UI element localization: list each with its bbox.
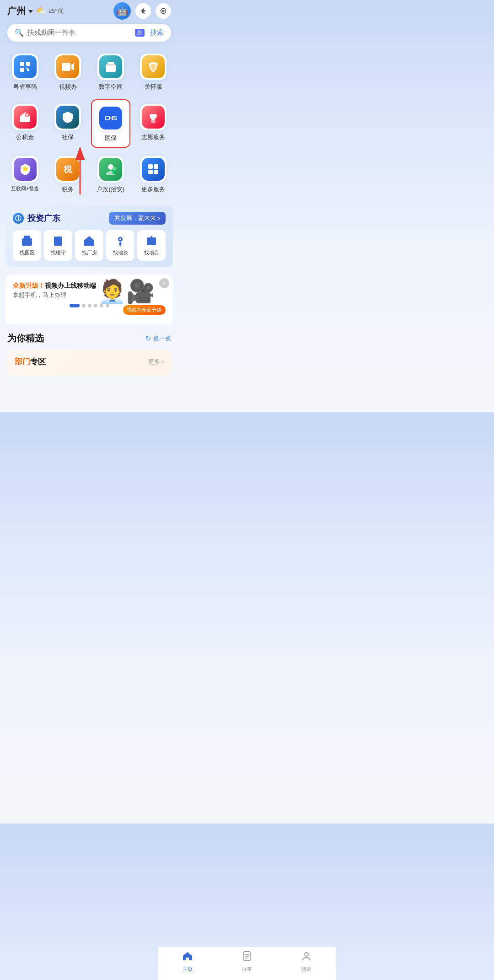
banner-upgrade-bold: 视频办上线移动端 bbox=[45, 282, 96, 289]
invest-item-louyu[interactable]: 找楼宇 bbox=[44, 230, 72, 261]
service-icon-more bbox=[140, 156, 166, 183]
svg-rect-37 bbox=[57, 244, 59, 246]
svg-rect-24 bbox=[148, 164, 153, 169]
for-you-title: 为你精选 bbox=[7, 332, 44, 345]
service-label-video: 视频办 bbox=[59, 83, 77, 91]
robot-avatar[interactable]: 🤖 bbox=[113, 2, 131, 20]
dept-section: 部门专区 更多 › bbox=[7, 350, 171, 375]
dot-1 bbox=[70, 304, 80, 307]
svg-rect-10 bbox=[62, 63, 70, 71]
service-icon-yibao: CHS bbox=[97, 105, 124, 131]
invest-section: 投资广东 共发展，赢未来 › 找园区 bbox=[5, 205, 173, 267]
banner-section[interactable]: × 全新升级！视频办上线移动端 拿起手机，马上办理 🧑‍💼🎥 视频办全新升级 bbox=[5, 275, 173, 325]
camera-btn[interactable] bbox=[156, 3, 171, 19]
dept-title: 部门专区 bbox=[15, 356, 46, 367]
service-item-video[interactable]: 视频办 bbox=[48, 49, 88, 96]
invest-logo-icon bbox=[13, 213, 24, 224]
svg-marker-11 bbox=[71, 63, 74, 70]
dept-more-btn[interactable]: 更多 › bbox=[148, 358, 164, 366]
invest-title: 投资广东 bbox=[13, 213, 60, 224]
service-item-hulianwang[interactable]: ⭐ 互联网+督查 bbox=[5, 151, 45, 198]
invest-item-xiangmu[interactable]: 找项目 bbox=[137, 230, 166, 261]
service-item-digital[interactable]: 数字空间 bbox=[91, 49, 130, 96]
svg-rect-36 bbox=[59, 241, 60, 242]
svg-rect-39 bbox=[87, 242, 91, 246]
refresh-label: 换一换 bbox=[153, 334, 171, 343]
service-icon-shuiwu: 税 bbox=[54, 156, 81, 183]
service-item-shuiwu[interactable]: 税 税务 bbox=[48, 151, 88, 198]
location-weather[interactable]: 广州 ⛅ 25°优 bbox=[7, 5, 64, 17]
svg-rect-27 bbox=[154, 170, 158, 174]
invest-slogan-arrow: › bbox=[158, 214, 160, 222]
invest-item-dikuai[interactable]: 找地块 bbox=[106, 230, 134, 261]
city-chevron-icon[interactable] bbox=[28, 10, 33, 13]
svg-rect-16 bbox=[23, 118, 27, 122]
svg-rect-40 bbox=[88, 238, 91, 241]
service-label-shebao: 社保 bbox=[62, 133, 74, 141]
refresh-icon: ↻ bbox=[145, 334, 151, 343]
dot-4 bbox=[94, 304, 97, 307]
for-you-section: 为你精选 ↻ 换一换 bbox=[0, 332, 178, 345]
service-item-gjj[interactable]: 公积金 bbox=[5, 99, 45, 148]
svg-rect-44 bbox=[149, 240, 154, 241]
invest-slogan-text: 共发展，赢未来 bbox=[114, 214, 156, 222]
service-item-yibao[interactable]: CHS 医保 bbox=[91, 99, 130, 148]
service-icon-digital bbox=[97, 54, 124, 80]
header-actions: 🤖 bbox=[113, 2, 171, 20]
svg-rect-5 bbox=[20, 62, 24, 66]
service-label-gjj: 公积金 bbox=[16, 133, 34, 141]
new-badge: 新 bbox=[135, 29, 145, 37]
service-icon-shebao: SI bbox=[54, 104, 81, 130]
dot-3 bbox=[88, 304, 91, 307]
search-input-text[interactable]: 扶残助困一件事 bbox=[27, 28, 133, 37]
service-icon-yueshima bbox=[12, 54, 38, 80]
service-item-shebao[interactable]: SI 社保 bbox=[48, 99, 88, 148]
status-bar: 广州 ⛅ 25°优 🤖 bbox=[0, 0, 178, 20]
search-bar[interactable]: 🔍 扶残助困一件事 新 搜索 bbox=[7, 24, 171, 42]
dept-title-orange: 部门 bbox=[15, 357, 30, 366]
service-label-shuiwu: 税务 bbox=[62, 185, 74, 194]
banner-close-btn[interactable]: × bbox=[159, 278, 169, 288]
svg-point-23 bbox=[113, 167, 116, 171]
invest-item-yuanqu[interactable]: 找园区 bbox=[13, 230, 41, 261]
svg-rect-45 bbox=[149, 242, 152, 243]
weather-icon: ⛅ bbox=[36, 5, 47, 16]
svg-rect-35 bbox=[56, 241, 57, 242]
weather-badge: ⛅ 25°优 bbox=[36, 5, 64, 16]
invest-label-dikuai: 找地块 bbox=[113, 249, 128, 256]
service-item-huzheng[interactable]: 户政(治安) bbox=[91, 151, 130, 198]
service-item-zhi[interactable]: 志愿服务 bbox=[134, 99, 173, 148]
svg-rect-4 bbox=[162, 8, 165, 9]
city-name[interactable]: 广州 bbox=[7, 5, 26, 17]
refresh-button[interactable]: ↻ 换一换 bbox=[145, 334, 171, 343]
search-button[interactable]: 搜索 bbox=[150, 28, 164, 37]
invest-label-changfang: 找厂房 bbox=[82, 249, 97, 256]
svg-rect-14 bbox=[106, 64, 116, 65]
service-icon-hulianwang: ⭐ bbox=[12, 156, 38, 183]
service-item-more[interactable]: 更多服务 bbox=[134, 151, 173, 198]
svg-rect-9 bbox=[26, 68, 27, 69]
svg-rect-34 bbox=[59, 238, 60, 240]
invest-label-louyu: 找楼宇 bbox=[51, 249, 66, 256]
search-icon: 🔍 bbox=[15, 28, 24, 37]
service-item-yueshima[interactable]: 粤省事码 bbox=[5, 49, 45, 96]
dept-header: 部门专区 更多 › bbox=[15, 356, 164, 367]
svg-rect-31 bbox=[26, 241, 28, 246]
svg-rect-30 bbox=[24, 236, 30, 239]
svg-point-42 bbox=[119, 238, 121, 240]
dept-title-rest: 专区 bbox=[30, 357, 46, 366]
invest-slogan[interactable]: 共发展，赢未来 › bbox=[109, 212, 166, 225]
dot-2 bbox=[82, 304, 86, 307]
invest-title-text: 投资广东 bbox=[27, 213, 60, 224]
service-icon-huzheng bbox=[97, 156, 124, 183]
service-label-yibao: 医保 bbox=[105, 134, 117, 142]
service-item-care[interactable]: 关怀版 bbox=[134, 49, 173, 96]
location-btn[interactable] bbox=[135, 3, 151, 19]
invest-header: 投资广东 共发展，赢未来 › bbox=[13, 212, 166, 225]
svg-rect-6 bbox=[26, 62, 30, 66]
banner-illustration: 🧑‍💼🎥 bbox=[98, 278, 155, 305]
invest-label-yuanqu: 找园区 bbox=[20, 249, 35, 256]
invest-item-changfang[interactable]: 找厂房 bbox=[75, 230, 103, 261]
svg-text:SI: SI bbox=[66, 115, 70, 120]
invest-label-xiangmu: 找项目 bbox=[144, 249, 159, 256]
